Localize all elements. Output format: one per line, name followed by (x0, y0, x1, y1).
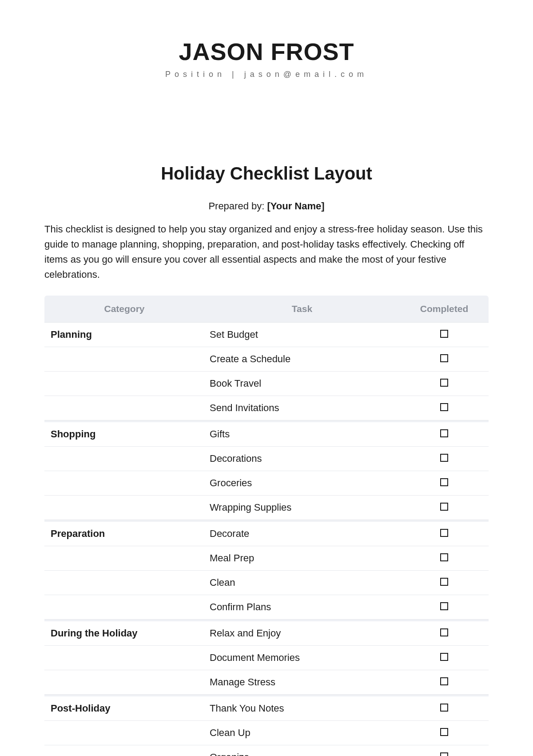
category-cell (44, 396, 204, 420)
header-completed: Completed (400, 296, 489, 323)
table-row: Decorations (44, 447, 489, 471)
table-header-row: Category Task Completed (44, 296, 489, 323)
checkbox-icon[interactable] (440, 330, 448, 338)
checkbox-icon[interactable] (440, 379, 448, 387)
table-row: During the HolidayRelax and Enjoy (44, 620, 489, 646)
checkbox-icon[interactable] (440, 704, 448, 712)
checkbox-icon[interactable] (440, 503, 448, 511)
category-cell (44, 595, 204, 620)
checkbox-icon[interactable] (440, 478, 448, 486)
table-row: Clean Up (44, 721, 489, 745)
task-cell: Clean Up (204, 721, 400, 745)
category-cell (44, 721, 204, 745)
completed-cell (400, 595, 489, 620)
completed-cell (400, 620, 489, 646)
checkbox-icon[interactable] (440, 728, 448, 736)
table-row: Create a Schedule (44, 347, 489, 372)
table-row: Organize (44, 745, 489, 756)
checkbox-icon[interactable] (440, 354, 448, 362)
task-cell: Confirm Plans (204, 595, 400, 620)
author-name: JASON FROST (44, 38, 489, 65)
task-cell: Meal Prep (204, 546, 400, 571)
checkbox-icon[interactable] (440, 628, 448, 636)
completed-cell (400, 447, 489, 471)
header-category: Category (44, 296, 204, 323)
table-row: Book Travel (44, 372, 489, 396)
table-row: PlanningSet Budget (44, 323, 489, 347)
table-row: Groceries (44, 471, 489, 496)
completed-cell (400, 323, 489, 347)
category-cell: Preparation (44, 520, 204, 546)
completed-cell (400, 646, 489, 670)
completed-cell (400, 496, 489, 520)
task-cell: Set Budget (204, 323, 400, 347)
task-cell: Create a Schedule (204, 347, 400, 372)
task-cell: Decorate (204, 520, 400, 546)
task-cell: Manage Stress (204, 670, 400, 695)
completed-cell (400, 721, 489, 745)
table-row: Manage Stress (44, 670, 489, 695)
completed-cell (400, 695, 489, 721)
checkbox-icon[interactable] (440, 529, 448, 537)
checkbox-icon[interactable] (440, 553, 448, 561)
intro-paragraph: This checklist is designed to help you s… (44, 222, 489, 282)
category-cell (44, 347, 204, 372)
task-cell: Clean (204, 571, 400, 595)
completed-cell (400, 571, 489, 595)
author-subtitle: Position | jason@email.com (44, 70, 489, 79)
category-cell (44, 571, 204, 595)
checklist-table: Category Task Completed PlanningSet Budg… (44, 296, 489, 756)
task-cell: Decorations (204, 447, 400, 471)
document-header: JASON FROST Position | jason@email.com (44, 38, 489, 79)
table-row: Post-HolidayThank You Notes (44, 695, 489, 721)
document-title: Holiday Checklist Layout (44, 164, 489, 184)
checkbox-icon[interactable] (440, 602, 448, 610)
completed-cell (400, 546, 489, 571)
completed-cell (400, 420, 489, 447)
completed-cell (400, 372, 489, 396)
category-cell (44, 372, 204, 396)
table-row: Meal Prep (44, 546, 489, 571)
task-cell: Wrapping Supplies (204, 496, 400, 520)
task-cell: Groceries (204, 471, 400, 496)
table-row: Clean (44, 571, 489, 595)
completed-cell (400, 520, 489, 546)
checkbox-icon[interactable] (440, 653, 448, 661)
category-cell (44, 471, 204, 496)
task-cell: Relax and Enjoy (204, 620, 400, 646)
checkbox-icon[interactable] (440, 403, 448, 411)
task-cell: Book Travel (204, 372, 400, 396)
header-task: Task (204, 296, 400, 323)
task-cell: Gifts (204, 420, 400, 447)
table-row: Confirm Plans (44, 595, 489, 620)
prepared-by-line: Prepared by: [Your Name] (44, 200, 489, 212)
category-cell: Planning (44, 323, 204, 347)
category-cell (44, 546, 204, 571)
table-row: Send Invitations (44, 396, 489, 420)
task-cell: Organize (204, 745, 400, 756)
category-cell: Shopping (44, 420, 204, 447)
category-cell: During the Holiday (44, 620, 204, 646)
task-cell: Thank You Notes (204, 695, 400, 721)
table-row: Document Memories (44, 646, 489, 670)
table-row: ShoppingGifts (44, 420, 489, 447)
completed-cell (400, 396, 489, 420)
category-cell (44, 646, 204, 670)
checkbox-icon[interactable] (440, 677, 448, 685)
completed-cell (400, 745, 489, 756)
task-cell: Document Memories (204, 646, 400, 670)
category-cell (44, 745, 204, 756)
category-cell (44, 670, 204, 695)
category-cell (44, 447, 204, 471)
category-cell (44, 496, 204, 520)
table-row: PreparationDecorate (44, 520, 489, 546)
checkbox-icon[interactable] (440, 752, 448, 756)
checkbox-icon[interactable] (440, 578, 448, 586)
task-cell: Send Invitations (204, 396, 400, 420)
prepared-by-value: [Your Name] (267, 200, 324, 212)
completed-cell (400, 347, 489, 372)
checkbox-icon[interactable] (440, 429, 448, 437)
completed-cell (400, 471, 489, 496)
checkbox-icon[interactable] (440, 454, 448, 462)
table-row: Wrapping Supplies (44, 496, 489, 520)
